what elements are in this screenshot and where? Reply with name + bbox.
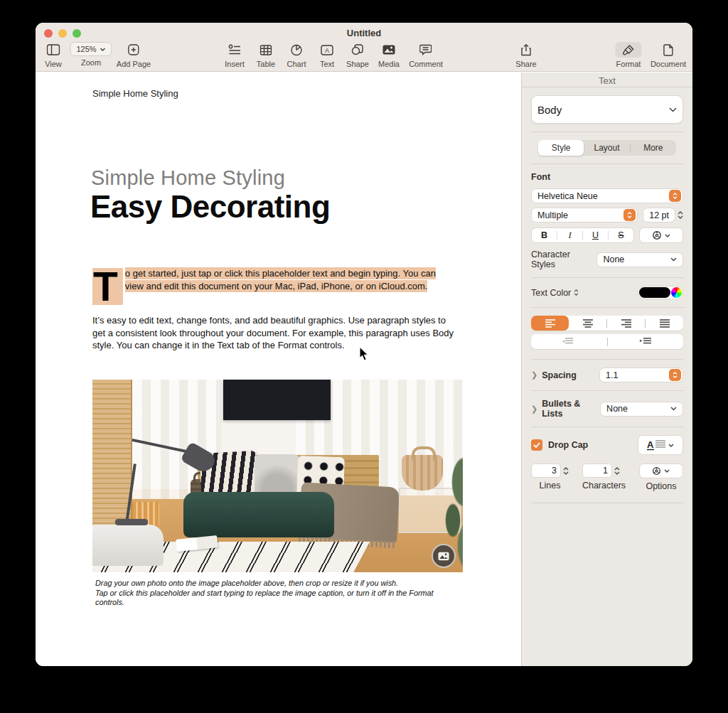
tab-style[interactable]: Style [538,140,584,156]
character-styles-label: Character Styles [531,250,592,269]
drop-cap-lines-field[interactable] [531,463,561,478]
decrease-indent-button[interactable] [531,334,607,349]
media-icon [382,45,395,55]
drop-cap-style-select[interactable]: A [638,435,683,455]
font-section-label: Font [531,172,683,182]
sidebar-icon [47,44,60,55]
svg-text:A: A [647,439,654,450]
drop-cap[interactable]: T [92,268,123,305]
zoom-control[interactable]: 125% Zoom [70,42,112,67]
italic-button[interactable]: I [557,230,582,241]
page-header-text[interactable]: Simple Home Styling [92,88,178,99]
text-box-icon: A [321,45,333,55]
advanced-text-options-button[interactable] [639,227,683,243]
wall-art [223,380,331,420]
drop-cap-preview-icon: A [647,439,665,451]
shape-button[interactable]: Shape [344,42,371,68]
highlighted-text[interactable]: o get started, just tap or click this pl… [125,267,436,292]
text-button[interactable]: A Text [314,42,341,68]
photo-icon [438,552,449,561]
chevron-down-icon [665,234,670,237]
mouse-cursor [359,346,370,362]
current-color-swatch[interactable] [639,287,670,298]
underline-button[interactable]: U [583,230,608,240]
font-weight-stepper[interactable] [623,209,636,221]
tab-layout[interactable]: Layout [584,140,629,156]
character-styles-select[interactable]: None [596,252,683,267]
add-page-button[interactable]: Add Page [117,42,151,68]
tab-more[interactable]: More [631,140,676,156]
chevron-down-icon [100,48,106,51]
text-color-updown-icon [574,289,579,296]
lines-stepper[interactable] [563,467,569,475]
bullets-label: Bullets & Lists [542,399,595,419]
share-button[interactable]: Share [514,42,539,68]
drop-cap-checkbox[interactable] [531,439,542,451]
media-button[interactable]: Media [375,42,402,68]
zoom-value: 125% [76,45,96,53]
document-icon [663,44,673,56]
chevron-down-icon [664,469,670,473]
futon-mattress [183,492,334,537]
stump-table [92,525,164,566]
strikethrough-button[interactable]: S [609,230,633,240]
insert-icon [228,44,241,55]
style-layout-more-tabs: Style Layout More [538,140,676,156]
chevron-down-icon [670,407,677,411]
gear-icon [652,230,662,240]
alignment-buttons [531,316,683,331]
text-color-label: Text Color [531,288,571,298]
replace-media-button[interactable] [432,544,456,568]
chevron-down-icon [670,257,677,262]
font-family-select[interactable]: Helvetica Neue [531,188,683,203]
image-caption[interactable]: Drag your own photo onto the image place… [95,579,456,608]
font-family-stepper[interactable] [669,190,681,202]
chevron-down-icon [669,107,677,112]
chevron-down-icon [668,444,674,447]
paragraph-style-select[interactable]: Body [531,95,683,124]
drop-cap-options-button[interactable] [639,463,683,478]
share-icon [521,44,532,56]
insert-button[interactable]: Insert [221,42,248,68]
font-weight-select[interactable]: Multiple [531,208,638,223]
bullets-select[interactable]: None [600,402,683,417]
body-paragraph[interactable]: It’s easy to edit text, change fonts, an… [92,314,459,352]
image-placeholder[interactable] [92,380,463,572]
drop-cap-characters-field[interactable] [582,463,612,478]
window-title: Untitled [36,28,692,38]
table-button[interactable]: Table [253,42,279,68]
options-label: Options [639,481,683,491]
font-size-field[interactable]: 12 pt [643,208,675,223]
view-button[interactable]: View [40,42,68,68]
intro-paragraph[interactable]: To get started, just tap or click this p… [92,267,456,305]
document-subtitle[interactable]: Simple Home Styling [91,166,285,190]
svg-text:A: A [325,47,329,54]
document-title[interactable]: Easy Decorating [90,189,330,225]
align-center-button[interactable] [569,316,606,331]
format-button[interactable]: Format [616,42,642,68]
bullets-disclosure-icon[interactable]: ❯ [531,404,537,414]
document-canvas[interactable]: Simple Home Styling Simple Home Styling … [36,73,521,666]
characters-stepper[interactable] [614,467,620,475]
format-brush-icon [623,44,635,56]
font-size-stepper[interactable] [678,211,683,219]
shape-icon [351,44,364,55]
document-button[interactable]: Document [651,42,686,68]
bold-button[interactable]: B [532,230,557,240]
chart-button[interactable]: Chart [284,42,310,68]
comment-icon [420,44,432,55]
indent-buttons [531,334,683,349]
spacing-disclosure-icon[interactable]: ❯ [531,370,537,380]
spacing-select[interactable]: 1.1 [599,368,683,382]
lines-label: Lines [531,481,569,490]
align-left-button[interactable] [531,316,569,331]
comment-button[interactable]: Comment [409,42,443,68]
spacing-stepper[interactable] [669,369,681,381]
text-color-well[interactable] [638,286,683,299]
align-right-button[interactable] [607,316,645,331]
characters-label: Characters [582,481,626,490]
increase-indent-button[interactable] [608,334,684,349]
toolbar: Untitled View 125% Zoom Add Page Insert … [36,23,692,72]
color-wheel-icon[interactable] [671,287,682,298]
align-justify-button[interactable] [646,316,683,331]
